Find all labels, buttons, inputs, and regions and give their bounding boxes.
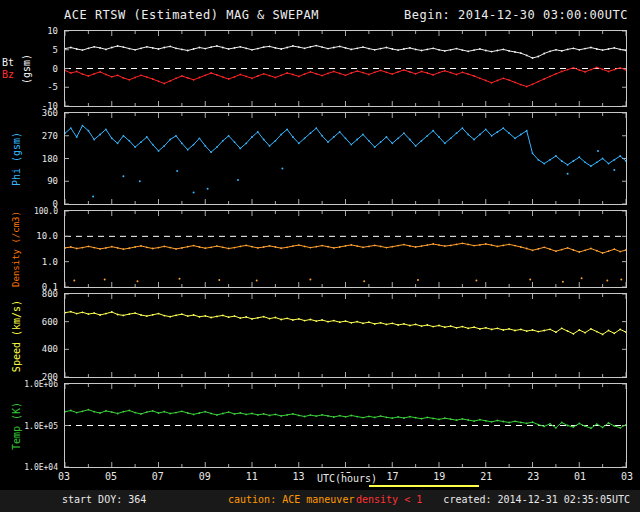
scatter-point <box>597 150 599 152</box>
panel-mag-bt-bz: Bt Bz (gsm) 1050-5-10 <box>0 30 640 107</box>
scatter-point <box>475 280 477 282</box>
scatter-point <box>122 175 124 177</box>
ytick-label: 180 <box>42 155 58 164</box>
scatter-point <box>581 277 583 279</box>
xtick-label: 23 <box>527 471 539 482</box>
ytick-label: 10 <box>47 27 58 36</box>
ytick-label: -5 <box>47 83 58 92</box>
scatter-point <box>281 168 283 170</box>
plot-phi <box>65 113 626 204</box>
created-timestamp: created: 2014-12-31 02:35:05UTC <box>443 494 630 505</box>
xtick-label: 11 <box>246 471 258 482</box>
ytick-label: 800 <box>42 290 58 299</box>
ytick-label: 5 <box>53 46 58 55</box>
plot-speed <box>65 294 626 377</box>
plot-density <box>65 211 626 287</box>
scatter-point <box>363 280 365 282</box>
xtick-label: 09 <box>199 471 211 482</box>
ytick-label: 600 <box>42 318 58 327</box>
series-Speed <box>65 311 626 336</box>
temp-ytick-labels: 1.0E+061.0E+051.0E+04 <box>0 383 60 468</box>
ytick-label: 360 <box>42 109 58 118</box>
scatter-point <box>73 280 75 282</box>
scatter-point <box>193 192 195 194</box>
ytick-label: 90 <box>47 177 58 186</box>
scatter-point <box>567 173 569 175</box>
mag-ytick-labels: 1050-5-10 <box>0 30 60 107</box>
phi-plot-area <box>64 112 627 205</box>
ytick-label: 10.0 <box>36 232 58 241</box>
scatter-point <box>104 278 106 280</box>
xtick-label: 05 <box>105 471 117 482</box>
xtick-label: 03 <box>621 471 633 482</box>
series-Bz <box>65 67 626 88</box>
speed-plot-area <box>64 293 627 378</box>
scatter-point <box>179 278 181 280</box>
scatter-point <box>620 278 622 280</box>
xtick-label: 13 <box>293 471 305 482</box>
scatter-point <box>176 170 178 172</box>
xtick-label: 07 <box>152 471 164 482</box>
series-Density <box>65 242 626 254</box>
scatter-point <box>613 169 615 171</box>
xtick-label: 01 <box>574 471 586 482</box>
scatter-point <box>417 279 419 281</box>
panel-temp: Temp (K) 1.0E+061.0E+051.0E+04 <box>0 383 640 468</box>
scatter-point <box>237 179 239 181</box>
mag-plot-area <box>64 30 627 107</box>
panel-speed: Speed (km/s) 800600400200 <box>0 293 640 378</box>
series-Temp <box>65 409 626 429</box>
series-Bt <box>65 45 626 59</box>
density-ytick-labels: 100.010.01.00.1 <box>0 210 60 288</box>
temp-plot-area <box>64 383 627 468</box>
density-warning-label: density < 1 <box>356 494 422 505</box>
xtick-label: 03 <box>58 471 70 482</box>
ytick-label: 270 <box>42 132 58 141</box>
xtick-label: 21 <box>480 471 492 482</box>
ytick-label: 400 <box>42 345 58 354</box>
ytick-label: 1.0E+05 <box>24 422 58 431</box>
xtick-label: 19 <box>433 471 445 482</box>
ytick-label: 0 <box>53 65 58 74</box>
maneuver-indicator-line <box>369 485 479 487</box>
ytick-label: 1.0 <box>42 258 58 267</box>
scatter-point <box>92 195 94 197</box>
series-Phi <box>65 125 626 167</box>
scatter-point <box>139 180 141 182</box>
scatter-point <box>529 278 531 280</box>
plot-temp <box>65 384 626 467</box>
scatter-point <box>137 280 139 282</box>
page-title: ACE RTSW (Estimated) MAG & SWEPAM <box>64 8 319 22</box>
start-doy-label: start DOY: 364 <box>62 494 146 505</box>
status-bar: start DOY: 364 caution: ACE maneuver den… <box>0 490 640 512</box>
scatter-point <box>309 278 311 280</box>
x-axis-title: UTC(hours) <box>314 473 380 484</box>
density-plot-area <box>64 210 627 288</box>
panel-phi: Phi (gsm) 360270180900 <box>0 112 640 205</box>
speed-ytick-labels: 800600400200 <box>0 293 60 378</box>
begin-timestamp: Begin: 2014-12-30 03:00:00UTC <box>404 8 628 22</box>
header: ACE RTSW (Estimated) MAG & SWEPAM Begin:… <box>0 0 640 30</box>
scatter-point <box>256 280 258 282</box>
panel-density: Density (/cm3) 100.010.01.00.1 <box>0 210 640 288</box>
phi-ytick-labels: 360270180900 <box>0 112 60 205</box>
ytick-label: 1.0E+04 <box>24 463 58 472</box>
ytick-label: 1.0E+06 <box>24 380 58 389</box>
scatter-point <box>606 280 608 282</box>
ytick-label: 100.0 <box>34 207 58 216</box>
plot-mag <box>65 31 626 106</box>
xtick-label: 17 <box>386 471 398 482</box>
caution-label: caution: ACE maneuver <box>228 494 354 505</box>
scatter-point <box>562 281 564 283</box>
scatter-point <box>207 188 209 190</box>
scatter-point <box>218 279 220 281</box>
